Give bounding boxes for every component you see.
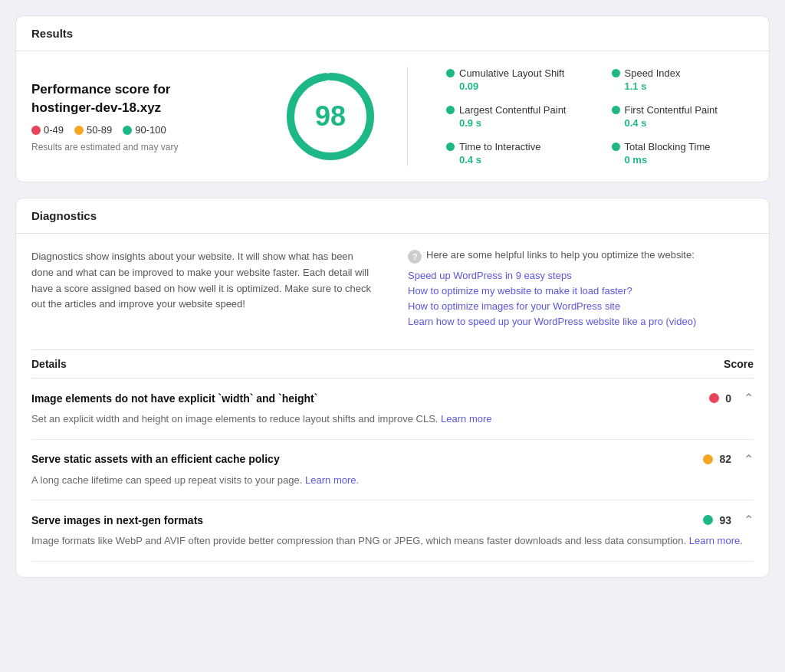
diag-link-0[interactable]: Speed up WordPress in 9 easy steps [408,270,754,281]
metric-dot-cls [446,69,455,77]
detail-desc-0: Set an explicit width and height on imag… [31,411,754,427]
detail-link-1[interactable]: Learn more. [305,474,359,486]
legend-dot-mid [74,126,84,135]
metric-dot-tbt [612,143,620,151]
detail-score-wrap-2: 93 [703,514,731,526]
diag-link-1[interactable]: How to optimize my website to make it lo… [408,285,754,297]
results-header: Results [16,16,769,51]
detail-desc-2: Image formats like WebP and AVIF often p… [31,533,754,549]
diagnostics-links: ? Here are some helpful links to help yo… [408,249,754,331]
detail-score-wrap-1: 82 [703,453,731,465]
metric-fcp: First Contentful Paint 0.4 s [612,104,754,129]
detail-title-0: Image elements do not have explicit `wid… [31,392,317,405]
metric-dot-fcp [612,106,620,114]
diagnostics-description: Diagnostics show insights about your web… [31,249,377,331]
perf-note: Results are estimated and may vary [31,142,261,152]
donut-chart: 98 [277,67,384,166]
legend-item-low: 0-49 [31,124,64,136]
detail-row-2: Serve images in next-gen formats 93 ⌃ Im… [31,500,754,562]
help-icon: ? [408,250,422,264]
chevron-0[interactable]: ⌃ [744,391,754,405]
diagnostics-body: Diagnostics show insights about your web… [16,234,769,577]
legend-dot-low [31,126,41,135]
detail-title-1: Serve static assets with an efficient ca… [31,453,280,465]
performance-body: Performance score for hostinger-dev-18.x… [16,51,769,182]
perf-metrics: Cumulative Layout Shift 0.09 Speed Index… [431,67,754,166]
donut-score: 98 [315,100,346,133]
detail-score-wrap-0: 0 [709,392,731,405]
detail-score-1: 82 [719,453,731,465]
metric-dot-si [612,69,620,77]
perf-divider [407,67,408,166]
diag-link-2[interactable]: How to optimize images for your WordPres… [408,300,754,312]
legend-dot-high [123,126,132,135]
detail-row-0: Image elements do not have explicit `wid… [31,379,754,440]
details-header: Details Score [31,349,754,379]
metric-lcp: Largest Contentful Paint 0.9 s [446,104,589,129]
metric-cumulative-layout-shift: Cumulative Layout Shift 0.09 [446,67,589,92]
diagnostics-header: Diagnostics [16,198,769,234]
chevron-2[interactable]: ⌃ [744,513,754,527]
metric-tbt: Total Blocking Time 0 ms [612,141,754,166]
metric-dot-tti [446,143,455,151]
metric-speed-index: Speed Index 1.1 s [612,67,754,92]
diagnostics-card: Diagnostics Diagnostics show insights ab… [15,198,770,578]
detail-title-2: Serve images in next-gen formats [31,514,203,526]
legend-item-high: 90-100 [123,124,166,136]
score-dot-1 [703,454,713,464]
results-card: Results Performance score for hostinger-… [15,15,770,182]
chevron-1[interactable]: ⌃ [744,452,754,467]
diagnostics-links-header: ? Here are some helpful links to help yo… [408,249,754,264]
detail-desc-1: A long cache lifetime can speed up repea… [31,473,754,488]
metric-tti: Time to Interactive 0.4 s [446,141,589,166]
detail-row-1: Serve static assets with an efficient ca… [31,440,754,501]
score-dot-0 [709,393,719,403]
detail-score-2: 93 [719,514,731,526]
detail-link-2[interactable]: Learn more. [689,535,743,546]
diagnostics-top: Diagnostics show insights about your web… [31,249,754,331]
metric-dot-lcp [446,106,455,114]
legend-item-mid: 50-89 [74,124,112,136]
perf-left-section: Performance score for hostinger-dev-18.x… [31,80,261,153]
perf-title: Performance score for hostinger-dev-18.x… [31,80,261,117]
diag-link-3[interactable]: Learn how to speed up your WordPress web… [408,316,754,327]
donut-container: 98 [281,67,380,166]
score-dot-2 [703,515,713,525]
score-legend: 0-49 50-89 90-100 [31,124,261,136]
detail-link-0[interactable]: Learn more [441,413,491,425]
detail-score-0: 0 [725,392,731,405]
